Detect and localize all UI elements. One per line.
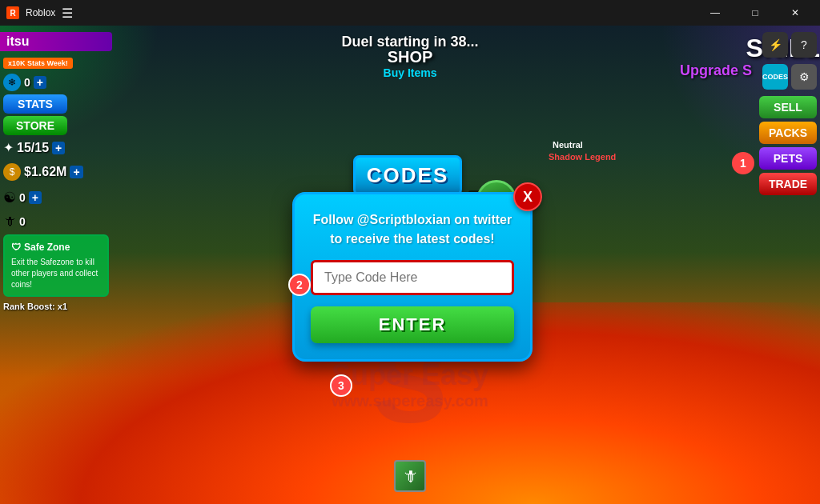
step-3-badge: 3 — [330, 374, 352, 397]
yin-row: ☯ 0 + — [0, 186, 112, 209]
codes-modal: X Follow @Scriptbloxian on twitter to re… — [292, 192, 533, 362]
stat-row-ice: ❄ 0 + — [0, 74, 112, 91]
right-panel: ⚡ ? CODES ⚙ SELL PACKS PETS TRADE — [756, 26, 820, 202]
watermark-url: www.supereasy.com — [332, 392, 488, 410]
codes-modal-close-button[interactable]: X — [513, 182, 542, 211]
pets-button[interactable]: PETS — [759, 147, 817, 170]
safe-zone-shield-icon: 🛡 — [11, 241, 21, 254]
enter-button[interactable]: ENTER — [311, 306, 514, 343]
left-panel: itsu x10K Stats Week! ❄ 0 + STATS STORE … — [0, 26, 112, 313]
money-plus[interactable]: + — [70, 166, 82, 178]
rank-boost-text: Rank Boost: x1 — [0, 300, 112, 313]
upgrade-text: Upgrade S — [680, 62, 752, 79]
sell-button[interactable]: SELL — [759, 96, 817, 118]
codes-icon-box[interactable]: CODES — [762, 64, 788, 90]
close-button[interactable]: ✕ — [777, 0, 814, 26]
boost-badge: x10K Stats Week! — [3, 58, 73, 69]
yin-value: 0 — [19, 191, 26, 204]
money-row: $ $1.62M + — [0, 161, 112, 183]
kunai-value: 0 — [19, 215, 26, 228]
top-right-icons-2: CODES ⚙ — [759, 64, 817, 90]
kunai-icon: 🗡 — [3, 214, 16, 229]
packs-button[interactable]: PACKS — [759, 122, 817, 144]
titlebar-title: Roblox — [26, 7, 55, 18]
shadow-legend-label: Shadow Legend — [549, 152, 616, 162]
shop-area: SHOP Buy Items — [384, 48, 437, 79]
stars-row: ✦ 15/15 + — [0, 138, 112, 158]
stars-value: 15/15 — [17, 141, 49, 155]
ice-stat-plus[interactable]: + — [34, 76, 46, 89]
shop-label[interactable]: SHOP — [388, 48, 433, 66]
settings-icon-box[interactable]: ⚙ — [791, 64, 817, 90]
titlebar-controls: — □ ✕ — [697, 0, 814, 26]
codes-modal-text: Follow @Scriptbloxian on twitter to rece… — [311, 210, 514, 249]
titlebar: R Roblox ☰ — □ ✕ — [0, 0, 820, 26]
char-name: itsu — [6, 34, 29, 48]
stats-button[interactable]: STATS — [3, 94, 67, 114]
minimize-button[interactable]: — — [697, 0, 734, 26]
stars-plus[interactable]: + — [52, 142, 65, 154]
safe-zone-box: 🛡 Safe Zone Exit the Safezone to kill ot… — [3, 234, 109, 297]
bottom-item-icon[interactable]: 🗡 — [394, 460, 426, 492]
code-input[interactable] — [311, 260, 514, 295]
roblox-icon: R — [6, 6, 19, 19]
maximize-button[interactable]: □ — [737, 0, 774, 26]
hamburger-menu-icon[interactable]: ☰ — [62, 6, 73, 21]
safe-zone-title: 🛡 Safe Zone — [11, 241, 101, 254]
ice-stat-icon: ❄ — [3, 74, 21, 91]
store-button[interactable]: STORE — [3, 116, 67, 135]
effects-icon-box[interactable]: ⚡ — [762, 32, 788, 58]
ice-stat-value: 0 — [24, 76, 30, 89]
char-name-banner: itsu — [0, 32, 112, 51]
yin-plus[interactable]: + — [29, 191, 42, 204]
yin-yang-icon: ☯ — [3, 189, 16, 206]
coin-icon: $ — [3, 163, 21, 181]
notification-badge: 1 — [732, 152, 754, 174]
kunai-row: 🗡 0 — [0, 212, 112, 231]
stars-icon: ✦ — [3, 140, 14, 155]
top-right-icons: ⚡ ? — [759, 32, 817, 58]
question-icon-box[interactable]: ? — [791, 32, 817, 58]
money-value: $1.62M — [24, 165, 66, 179]
titlebar-left: R Roblox ☰ — [6, 6, 73, 21]
trade-button[interactable]: TRADE — [759, 173, 817, 195]
shop-sublabel[interactable]: Buy Items — [384, 66, 437, 79]
step-2-badge: 2 — [288, 274, 311, 296]
safe-zone-text: Exit the Safezone to kill other players … — [11, 257, 101, 290]
neutral-label: Neutral — [553, 140, 583, 150]
codes-button[interactable]: CODES — [353, 155, 462, 196]
watermark-text: Super Easy www.supereasy.com — [332, 358, 488, 410]
